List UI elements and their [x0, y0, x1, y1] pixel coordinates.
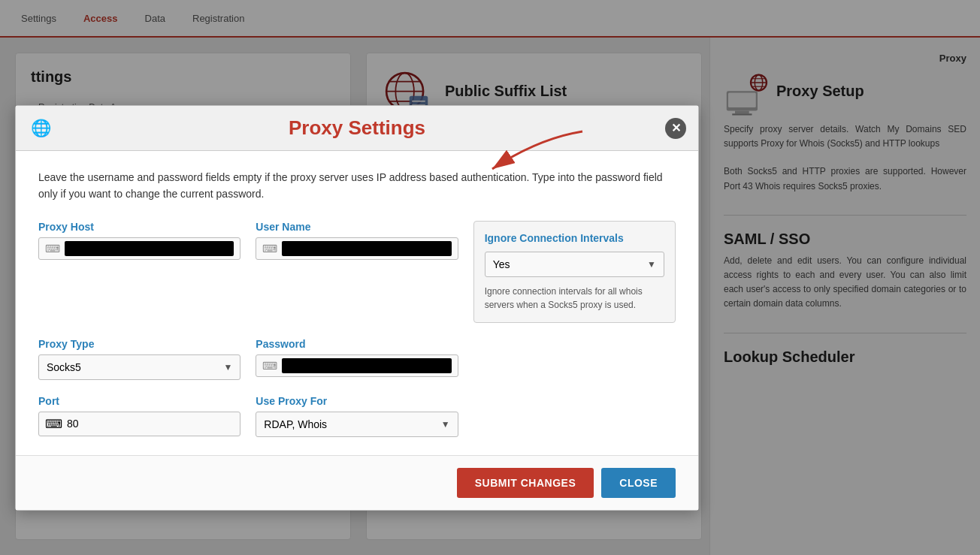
- port-input-wrapper: ⌨ 80: [38, 412, 240, 436]
- proxy-type-label: Proxy Type: [38, 338, 240, 350]
- use-proxy-for-select-wrapper: RDAP, Whois RDAP only Whois only ▼: [256, 412, 458, 437]
- modal-body: Leave the username and password fields e…: [16, 151, 698, 455]
- proxy-host-input[interactable]: [65, 241, 234, 256]
- password-label: Password: [256, 338, 458, 350]
- username-input-wrapper: ⌨: [256, 237, 458, 260]
- proxy-host-input-wrapper: ⌨: [38, 237, 240, 260]
- modal-close-button[interactable]: ✕: [665, 118, 686, 139]
- keyboard-icon-3: ⌨: [262, 360, 277, 372]
- password-group: Password ⌨: [256, 338, 458, 380]
- use-proxy-for-label: Use Proxy For: [256, 395, 458, 407]
- proxy-settings-modal: 🌐 Proxy Settings ✕ Leave the username an…: [15, 105, 699, 511]
- proxy-host-group: Proxy Host ⌨: [38, 221, 240, 323]
- modal-header: 🌐 Proxy Settings ✕: [16, 106, 698, 151]
- ignore-intervals-select[interactable]: Yes No: [485, 252, 664, 276]
- port-group: Port ⌨ 80: [38, 395, 240, 437]
- use-proxy-for-group: Use Proxy For RDAP, Whois RDAP only Whoi…: [256, 395, 458, 437]
- ignore-intervals-select-wrapper: Yes No ▼: [485, 252, 664, 277]
- port-input[interactable]: 80: [67, 418, 112, 430]
- keyboard-icon-4: ⌨: [45, 417, 62, 431]
- ignore-intervals-description: Ignore connection intervals for all whoi…: [485, 285, 664, 312]
- ignore-intervals-label: Ignore Connection Intervals: [485, 232, 664, 244]
- modal-description: Leave the username and password fields e…: [38, 169, 676, 203]
- proxy-type-select-wrapper: Socks5 HTTP ▼: [38, 354, 240, 380]
- proxy-host-label: Proxy Host: [38, 221, 240, 233]
- port-label: Port: [38, 395, 240, 407]
- form-grid: Proxy Host ⌨ User Name ⌨ Ignore Connecti…: [38, 221, 676, 437]
- ignore-intervals-group: Ignore Connection Intervals Yes No ▼ Ign…: [473, 221, 676, 323]
- proxy-type-select[interactable]: Socks5 HTTP: [39, 355, 240, 379]
- modal-title: Proxy Settings: [289, 116, 425, 140]
- username-label: User Name: [256, 221, 458, 233]
- keyboard-icon: ⌨: [45, 243, 60, 255]
- modal-footer: SUBMIT CHANGES CLOSE: [16, 455, 698, 510]
- use-proxy-for-select[interactable]: RDAP, Whois RDAP only Whois only: [256, 412, 457, 436]
- keyboard-icon-2: ⌨: [262, 243, 277, 255]
- password-input[interactable]: [282, 358, 451, 373]
- proxy-type-group: Proxy Type Socks5 HTTP ▼: [38, 338, 240, 380]
- username-input[interactable]: [282, 241, 451, 256]
- username-group: User Name ⌨: [256, 221, 458, 323]
- password-input-wrapper: ⌨: [256, 354, 458, 377]
- globe-icon: 🌐: [31, 119, 51, 138]
- submit-changes-button[interactable]: SUBMIT CHANGES: [457, 468, 594, 498]
- close-button[interactable]: CLOSE: [601, 468, 676, 498]
- empty-cell: [473, 338, 676, 380]
